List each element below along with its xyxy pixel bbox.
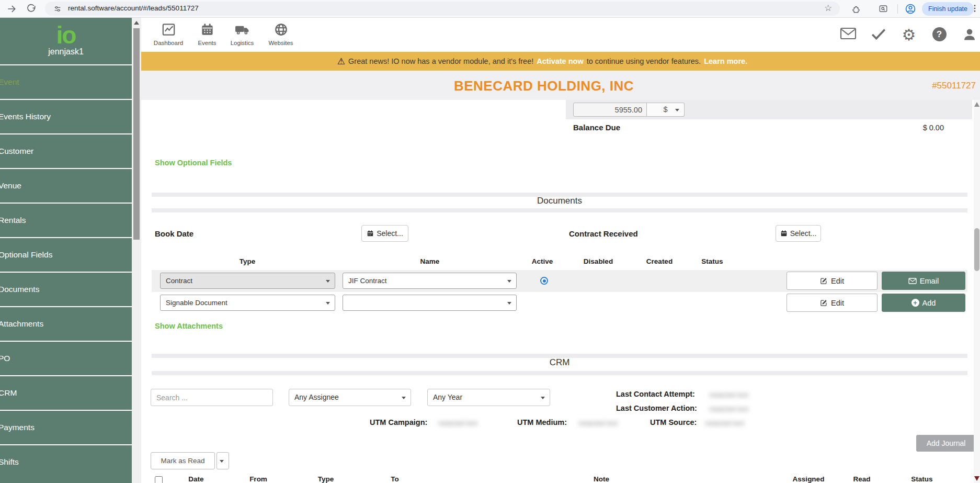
scroll-up-icon[interactable] <box>134 21 139 25</box>
scroll-up-icon[interactable] <box>974 102 979 107</box>
doc-column-type: Type <box>216 257 279 265</box>
book-date-label: Book Date <box>155 229 193 238</box>
divider <box>152 208 967 212</box>
select-all-checkbox[interactable] <box>155 476 163 483</box>
crm-column-date: Date <box>165 475 227 483</box>
crm-column-from: From <box>227 475 290 483</box>
extensions-icon[interactable] <box>851 4 861 14</box>
edit-document-button[interactable]: Edit <box>787 294 878 312</box>
screen: rental.software/account/#/leads/55011727… <box>0 0 980 483</box>
balance-due-value: $ 0.00 <box>871 123 944 132</box>
mark-as-read-button[interactable]: Mark as Read <box>151 452 215 469</box>
document-row: Signable Document Edit + Add <box>152 292 967 314</box>
banner-text-2: to continue using vendor features. <box>587 57 701 65</box>
page-scrollbar[interactable] <box>132 18 141 483</box>
sidebar: io jennjask1 Event Events History Custom… <box>0 18 132 483</box>
sidebar-item-payments[interactable]: Payments <box>0 410 132 444</box>
browser-profile-icon[interactable] <box>905 3 916 15</box>
sidebar-item-po[interactable]: PO <box>0 341 132 375</box>
person-icon <box>962 27 977 42</box>
divider <box>152 371 967 375</box>
sidebar-item-venue[interactable]: Venue <box>0 168 132 203</box>
site-info-icon[interactable] <box>53 5 62 13</box>
document-row: Contract JIF Contract Edit Email <box>152 270 967 292</box>
tasks-button[interactable] <box>870 27 887 43</box>
crm-search-input[interactable] <box>151 389 273 406</box>
nav-logistics[interactable]: Logistics <box>222 23 262 46</box>
sidebar-item-shifts[interactable]: Shifts <box>0 444 132 479</box>
utm-campaign-label: UTM Campaign: <box>370 418 427 426</box>
browser-menu-icon[interactable]: ⋮ <box>971 3 979 13</box>
finish-update-button[interactable]: Finish update <box>922 2 974 16</box>
mark-as-read-dropdown-button[interactable] <box>216 452 229 469</box>
active-radio[interactable] <box>540 277 548 285</box>
sidebar-item-customer[interactable]: Customer <box>0 133 132 168</box>
contract-received-select-button[interactable]: Select... <box>776 225 821 242</box>
dashboard-icon <box>162 23 176 37</box>
nav-websites[interactable]: Websites <box>261 23 301 46</box>
lead-id[interactable]: #55011727 <box>894 81 976 91</box>
utm-campaign-value: redacted text <box>438 419 494 427</box>
sidebar-item-crm[interactable]: CRM <box>0 375 132 410</box>
edit-icon <box>820 299 828 307</box>
page-scrollbar-thumb[interactable] <box>133 28 140 240</box>
globe-icon <box>274 23 288 37</box>
book-date-select-button[interactable]: Select... <box>361 225 408 242</box>
add-document-button[interactable]: + Add <box>882 294 965 312</box>
currency-select[interactable]: $ <box>647 103 685 117</box>
doc-type-select[interactable]: Contract <box>160 273 335 289</box>
edit-document-button[interactable]: Edit <box>787 272 878 290</box>
question-icon: ? <box>932 27 947 41</box>
nav-events[interactable]: Events <box>187 23 227 46</box>
tab-search-icon[interactable] <box>879 4 888 14</box>
url-text[interactable]: rental.software/account/#/leads/55011727 <box>68 4 199 12</box>
scroll-down-icon[interactable] <box>974 476 979 481</box>
show-attachments-link[interactable]: Show Attachments <box>155 322 223 330</box>
show-optional-fields-link[interactable]: Show Optional Fields <box>155 159 232 167</box>
doc-name-select[interactable] <box>343 295 517 311</box>
calendar-icon <box>367 230 374 237</box>
utm-source-label: UTM Source: <box>650 418 697 426</box>
chevron-down-icon <box>326 280 330 283</box>
utm-medium-value: redacted text <box>578 419 626 427</box>
truck-icon <box>234 23 250 37</box>
bookmark-star-icon[interactable]: ☆ <box>824 3 832 14</box>
sidebar-item-event[interactable]: Event <box>0 64 132 99</box>
title-bar: BENECARD HOLDING, INC #55011727 <box>141 71 980 100</box>
content-scrollbar-thumb[interactable] <box>974 228 979 271</box>
help-button[interactable]: ? <box>930 27 948 43</box>
add-journal-button[interactable]: Add Journal <box>916 435 976 452</box>
messages-button[interactable] <box>839 27 857 43</box>
crm-column-read: Read <box>830 475 893 483</box>
doc-column-disabled: Disabled <box>567 257 630 265</box>
sidebar-item-events-history[interactable]: Events History <box>0 99 132 133</box>
last-contact-attempt-label: Last Contact Attempt: <box>616 390 695 398</box>
assignee-select[interactable]: Any Assignee <box>289 389 411 406</box>
io-logo: io <box>0 22 132 48</box>
crm-column-status: Status <box>891 475 953 483</box>
chevron-down-icon <box>507 302 511 305</box>
reload-icon[interactable] <box>26 4 37 14</box>
sidebar-item-optional-fields[interactable]: Optional Fields <box>0 237 132 272</box>
doc-column-active: Active <box>511 257 574 265</box>
documents-heading: Documents <box>152 196 967 206</box>
doc-type-select[interactable]: Signable Document <box>160 295 335 311</box>
settings-button[interactable]: ⚙ <box>900 27 918 43</box>
account-button[interactable] <box>961 27 978 43</box>
sidebar-item-rentals[interactable]: Rentals <box>0 203 132 237</box>
doc-name-select[interactable]: JIF Contract <box>343 273 517 289</box>
email-document-button[interactable]: Email <box>882 272 965 290</box>
edit-icon <box>820 277 828 285</box>
learn-more-link[interactable]: Learn more. <box>704 57 747 65</box>
nav-dashboard[interactable]: Dashboard <box>149 23 188 46</box>
plus-icon: + <box>911 299 919 307</box>
sidebar-item-documents[interactable]: Documents <box>0 272 132 306</box>
crm-column-to: To <box>363 475 426 483</box>
amount-input[interactable] <box>573 103 647 117</box>
forward-icon[interactable] <box>6 4 17 14</box>
content-scrollbar[interactable] <box>974 100 980 483</box>
browser-toolbar: rental.software/account/#/leads/55011727… <box>0 0 980 18</box>
sidebar-item-attachments[interactable]: Attachments <box>0 306 132 341</box>
year-select[interactable]: Any Year <box>427 389 550 406</box>
activate-now-link[interactable]: Activate now <box>537 57 583 65</box>
